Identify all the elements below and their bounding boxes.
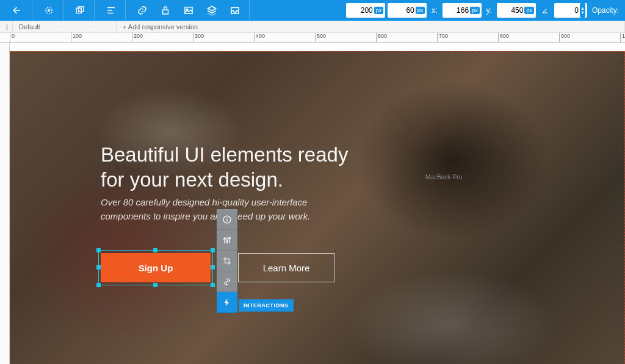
artboard-hero[interactable]: Beautiful UI elements ready for your nex… <box>10 51 625 364</box>
px-unit: px <box>470 7 480 14</box>
rotation-stepper[interactable]: ▲▼ <box>580 3 585 18</box>
svg-point-1 <box>46 7 52 14</box>
canvas[interactable]: Beautiful UI elements ready for your nex… <box>10 43 625 364</box>
svg-point-18 <box>229 237 231 239</box>
rotation-input[interactable]: ▲▼ <box>554 3 587 18</box>
height-input[interactable]: px <box>388 3 427 18</box>
signup-button[interactable]: Sign Up <box>101 253 211 282</box>
px-unit: px <box>416 7 425 14</box>
angle-icon <box>541 6 549 15</box>
hero-headline[interactable]: Beautiful UI elements ready for your nex… <box>101 142 348 193</box>
opacity-label: Opacity: <box>592 6 619 15</box>
laptop-label: MacBook Pro <box>425 174 462 180</box>
add-responsive-version[interactable]: + Add responsive version <box>117 21 625 32</box>
breakpoint-bar: | Default + Add responsive version <box>0 21 625 33</box>
interactions-icon[interactable]: INTERACTIONS <box>217 292 237 313</box>
breakpoint-default[interactable]: Default <box>13 21 117 32</box>
info-icon[interactable] <box>217 209 237 230</box>
svg-rect-7 <box>163 10 168 14</box>
link-button[interactable] <box>132 2 153 18</box>
align-left-button[interactable] <box>101 2 121 18</box>
inbox-button[interactable] <box>225 2 245 18</box>
svg-point-0 <box>48 10 50 12</box>
copy-button[interactable] <box>70 2 90 18</box>
unlink-icon[interactable] <box>217 271 237 292</box>
lock-button[interactable] <box>155 2 176 18</box>
image-button[interactable] <box>178 2 199 18</box>
layers-button[interactable] <box>201 2 222 18</box>
align-center-button[interactable] <box>38 2 59 18</box>
hero-subtext[interactable]: Over 80 carefully designed hi-quality us… <box>101 196 311 223</box>
breakpoint-toggle[interactable]: | <box>0 21 13 32</box>
x-label: x: <box>432 6 437 15</box>
svg-point-17 <box>226 240 228 242</box>
top-toolbar: px px x: px y: px ▲▼ Opacity: <box>0 0 625 21</box>
element-panel: INTERACTIONS <box>217 209 237 313</box>
ruler-horizontal: 01002003004005006007008009001000 <box>0 33 625 43</box>
svg-point-16 <box>224 238 226 240</box>
interactions-label[interactable]: INTERACTIONS <box>239 299 294 312</box>
y-input[interactable]: px <box>497 3 536 18</box>
width-input[interactable]: px <box>346 3 385 18</box>
x-input[interactable]: px <box>443 3 482 18</box>
px-unit: px <box>374 7 384 14</box>
ruler-vertical <box>0 43 10 364</box>
learnmore-button[interactable]: Learn More <box>238 253 334 282</box>
svg-point-12 <box>227 218 228 218</box>
px-unit: px <box>524 7 534 14</box>
crop-icon[interactable] <box>217 251 237 271</box>
y-label: y: <box>486 6 492 15</box>
settings-icon[interactable] <box>217 230 237 251</box>
undo-button[interactable] <box>7 2 28 18</box>
